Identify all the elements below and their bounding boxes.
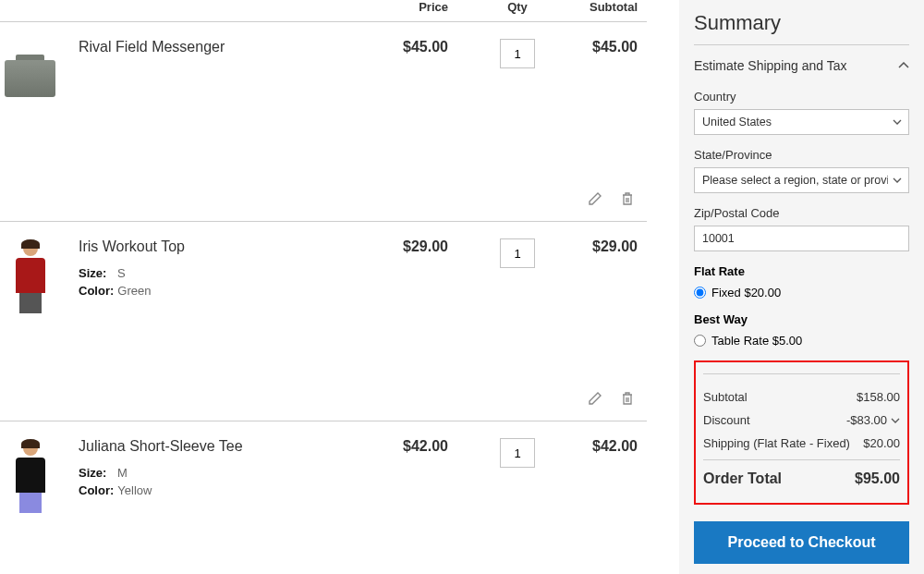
shipping-value: $20.00 [863,436,900,450]
item-options: Size:SColor:Green [79,266,388,298]
cart-item: Iris Workout TopSize:SColor:Green$29.00$… [0,222,647,421]
product-name[interactable]: Rival Field Messenger [79,39,388,55]
discount-value: -$83.00 [846,413,887,427]
col-price-header: Price [388,0,480,14]
cart-header: Price Qty Subtotal [0,0,647,21]
product-image[interactable] [0,238,60,317]
cart-main: Price Qty Subtotal Rival Field Messenger… [0,0,665,574]
zip-label: Zip/Postal Code [694,206,909,220]
order-total-row: Order Total $95.00 [703,466,900,492]
method-option[interactable]: Table Rate $5.00 [694,334,909,348]
shipping-row: Shipping (Flat Rate - Fixed) $20.00 [703,432,900,460]
shipping-method: Flat RateFixed $20.00 [694,264,909,299]
product-image[interactable] [0,39,60,117]
qty-input[interactable] [500,238,535,268]
subtotal-label: Subtotal [703,390,748,404]
qty-input[interactable] [500,39,535,68]
method-radio[interactable] [694,335,706,347]
product-name[interactable]: Iris Workout Top [79,238,388,255]
col-qty-header: Qty [480,0,554,14]
edit-icon[interactable] [588,391,604,408]
shipping-method: Best WayTable Rate $5.00 [694,312,909,348]
trash-icon[interactable] [621,391,638,408]
method-radio[interactable] [694,287,706,299]
order-total-label: Order Total [703,470,782,487]
item-subtotal: $45.00 [554,39,638,117]
subtotal-value: $158.00 [857,390,900,404]
estimate-label: Estimate Shipping and Tax [694,58,847,73]
summary-title: Summary [694,11,909,45]
edit-icon[interactable] [588,191,604,208]
opt-value: Green [117,284,151,298]
cart-item: Juliana Short-Sleeve TeeSize:MColor:Yell… [0,421,647,574]
product-image[interactable] [0,438,60,517]
method-option[interactable]: Fixed $20.00 [694,286,909,299]
opt-value: M [117,466,128,480]
opt-value: S [117,266,126,280]
discount-row[interactable]: Discount -$83.00 [703,409,900,432]
item-price: $45.00 [388,39,480,117]
opt-label: Size: [79,266,114,280]
cart-item: Rival Field Messenger$45.00$45.00 [0,22,647,222]
totals-highlight-box: Subtotal $158.00 Discount -$83.00 Shippi… [694,360,909,505]
trash-icon[interactable] [621,191,638,208]
shipping-label: Shipping (Flat Rate - Fixed) [703,436,850,450]
qty-input[interactable] [500,438,535,468]
state-select[interactable]: Please select a region, state or provinc… [694,167,909,193]
method-title: Best Way [694,312,909,326]
summary-sidebar: Summary Estimate Shipping and Tax Countr… [679,0,924,574]
estimate-toggle[interactable]: Estimate Shipping and Tax [694,58,909,73]
opt-label: Color: [79,483,114,497]
discount-label: Discount [703,413,750,427]
item-subtotal: $42.00 [554,438,638,517]
country-label: Country [694,90,909,104]
chevron-up-icon [898,62,909,69]
zip-input[interactable] [694,226,909,251]
item-options: Size:MColor:Yellow [79,466,388,497]
item-subtotal: $29.00 [554,238,638,317]
proceed-checkout-button[interactable]: Proceed to Checkout [694,521,909,564]
opt-label: Size: [79,466,114,480]
chevron-down-icon [891,418,900,423]
method-option-label: Fixed $20.00 [711,286,781,299]
method-title: Flat Rate [694,264,909,278]
subtotal-row: Subtotal $158.00 [703,385,900,409]
state-label: State/Province [694,148,909,162]
col-subtotal-header: Subtotal [554,0,638,14]
opt-label: Color: [79,284,114,298]
item-price: $42.00 [388,438,480,517]
country-select[interactable]: United States [694,109,909,135]
order-total-value: $95.00 [855,470,900,487]
product-name[interactable]: Juliana Short-Sleeve Tee [79,438,388,455]
method-option-label: Table Rate $5.00 [711,334,802,348]
opt-value: Yellow [117,483,152,497]
item-price: $29.00 [388,238,480,317]
